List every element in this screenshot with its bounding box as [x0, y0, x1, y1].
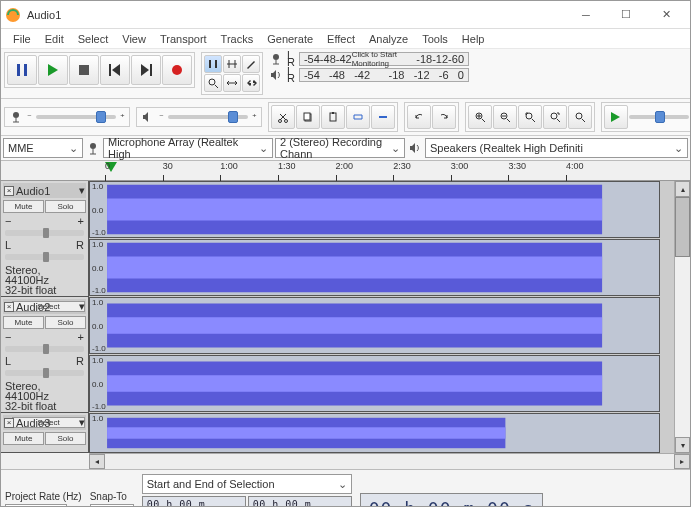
- silence-button[interactable]: [371, 105, 395, 129]
- stop-button[interactable]: [69, 55, 99, 85]
- horizontal-scrollbar[interactable]: ◂ ▸: [89, 453, 690, 469]
- scroll-thumb-v[interactable]: [675, 197, 690, 257]
- selection-start[interactable]: 00 h 00 m 00.000 s: [142, 496, 246, 507]
- menu-help[interactable]: Help: [456, 31, 491, 47]
- track-pan-2[interactable]: [5, 370, 84, 376]
- timeshift-tool-button[interactable]: [223, 74, 241, 92]
- svg-point-8: [273, 54, 279, 60]
- fit-selection-button[interactable]: [518, 105, 542, 129]
- menu-transport[interactable]: Transport: [154, 31, 213, 47]
- playback-volume-slider[interactable]: [168, 115, 248, 119]
- speaker-device-icon: [407, 140, 423, 156]
- scroll-up-button[interactable]: ▴: [675, 181, 690, 197]
- skip-start-button[interactable]: [100, 55, 130, 85]
- track-mute-3[interactable]: Mute: [3, 432, 44, 445]
- menu-tracks[interactable]: Tracks: [215, 31, 260, 47]
- undo-button[interactable]: [407, 105, 431, 129]
- scroll-down-button[interactable]: ▾: [675, 437, 690, 453]
- play-speed-slider[interactable]: [629, 115, 689, 119]
- recording-channels-combo[interactable]: 2 (Stereo) Recording Chann⌄: [275, 138, 405, 158]
- audio-position[interactable]: 00 h 00 m 00 s: [360, 493, 544, 507]
- timeline-tick: 4:00: [566, 161, 584, 180]
- play-button[interactable]: [38, 55, 68, 85]
- track-name-2[interactable]: Audio2: [16, 301, 50, 313]
- titlebar: Audio1 ─ ☐ ✕: [1, 1, 690, 29]
- scroll-left-button[interactable]: ◂: [89, 454, 105, 469]
- skip-end-button[interactable]: [131, 55, 161, 85]
- redo-button[interactable]: [432, 105, 456, 129]
- trim-button[interactable]: [346, 105, 370, 129]
- zoom-in-button[interactable]: [468, 105, 492, 129]
- cut-button[interactable]: [271, 105, 295, 129]
- zoom-tool-button[interactable]: [204, 74, 222, 92]
- waveform-t2-right[interactable]: 1.00.0-1.0: [89, 355, 660, 412]
- vertical-scrollbar[interactable]: ▴ ▾: [674, 181, 690, 453]
- playback-device-combo[interactable]: Speakers (Realtek High Definiti⌄: [425, 138, 688, 158]
- recording-device-combo[interactable]: Microphone Array (Realtek High⌄: [103, 138, 273, 158]
- menu-view[interactable]: View: [116, 31, 152, 47]
- fit-project-button[interactable]: [543, 105, 567, 129]
- track-name-3[interactable]: Audio3: [16, 417, 50, 429]
- track-mute-1[interactable]: Mute: [3, 200, 44, 213]
- track-name-1[interactable]: Audio1: [16, 185, 50, 197]
- envelope-tool-button[interactable]: [223, 55, 241, 73]
- track-solo-2[interactable]: Solo: [45, 316, 86, 329]
- selection-end[interactable]: 00 h 00 m 00.000 s: [248, 496, 352, 507]
- close-button[interactable]: ✕: [646, 1, 686, 29]
- menu-effect[interactable]: Effect: [321, 31, 361, 47]
- copy-button[interactable]: [296, 105, 320, 129]
- menu-generate[interactable]: Generate: [261, 31, 319, 47]
- svg-rect-25: [107, 257, 602, 279]
- svg-rect-1: [17, 64, 20, 76]
- menu-edit[interactable]: Edit: [39, 31, 70, 47]
- selection-tool-button[interactable]: [204, 55, 222, 73]
- track-solo-3[interactable]: Solo: [45, 432, 86, 445]
- waveform-t1-right[interactable]: 1.00.0-1.0: [89, 239, 660, 296]
- menu-file[interactable]: File: [7, 31, 37, 47]
- menu-tools[interactable]: Tools: [416, 31, 454, 47]
- track-solo-1[interactable]: Solo: [45, 200, 86, 213]
- waveform-t1-left[interactable]: 1.00.0-1.0: [89, 181, 660, 238]
- menu-analyze[interactable]: Analyze: [363, 31, 414, 47]
- track-close-2[interactable]: ×: [4, 302, 14, 312]
- tracks-area: ×Audio1▾ MuteSolo −+ LR Stereo, 44100Hz3…: [1, 181, 690, 453]
- waveform-t2-left[interactable]: 1.00.0-1.0: [89, 297, 660, 354]
- track-close-3[interactable]: ×: [4, 418, 14, 428]
- svg-point-11: [285, 120, 288, 123]
- paste-button[interactable]: [321, 105, 345, 129]
- audio-host-combo[interactable]: MME⌄: [3, 138, 83, 158]
- minimize-button[interactable]: ─: [566, 1, 606, 29]
- svg-point-7: [209, 79, 215, 85]
- track-panel-1: ×Audio1▾ MuteSolo −+ LR Stereo, 44100Hz3…: [1, 181, 88, 297]
- menu-select[interactable]: Select: [72, 31, 115, 47]
- mixer-toolbar: ⁻ ⁺ ⁻ ⁺: [1, 99, 690, 136]
- track-pan-1[interactable]: [5, 254, 84, 260]
- play-at-speed-button[interactable]: [604, 105, 628, 129]
- maximize-button[interactable]: ☐: [606, 1, 646, 29]
- svg-rect-3: [79, 65, 89, 75]
- svg-point-9: [13, 112, 19, 118]
- svg-rect-13: [304, 113, 310, 120]
- zoom-out-button[interactable]: [493, 105, 517, 129]
- svg-point-20: [576, 113, 582, 119]
- draw-tool-button[interactable]: [242, 55, 260, 73]
- waveform-t3[interactable]: 1.0: [89, 413, 660, 453]
- recording-meter[interactable]: -54-48-42 Click to Start Monitoring -18-…: [299, 52, 469, 66]
- scroll-right-button[interactable]: ▸: [674, 454, 690, 469]
- playback-meter[interactable]: -54-48-42 -18-12-60: [299, 68, 469, 82]
- zoom-toggle-button[interactable]: [568, 105, 592, 129]
- track-mute-2[interactable]: Mute: [3, 316, 44, 329]
- timeline-ruler[interactable]: 0301:001:302:002:303:003:304:00: [1, 161, 690, 181]
- window-title: Audio1: [27, 9, 61, 21]
- timeline-tick: 2:00: [336, 161, 354, 180]
- selection-mode-combo[interactable]: Start and End of Selection⌄: [142, 474, 352, 494]
- svg-point-19: [551, 113, 557, 119]
- multi-tool-button[interactable]: [242, 74, 260, 92]
- pause-button[interactable]: [7, 55, 37, 85]
- track-gain-1[interactable]: [5, 230, 84, 236]
- waveform-area[interactable]: 1.00.0-1.0 1.00.0-1.0 1.00.0-1.0 1.00.0-…: [89, 181, 674, 453]
- track-gain-2[interactable]: [5, 346, 84, 352]
- track-close-1[interactable]: ×: [4, 186, 14, 196]
- recording-volume-slider[interactable]: [36, 115, 116, 119]
- record-button[interactable]: [162, 55, 192, 85]
